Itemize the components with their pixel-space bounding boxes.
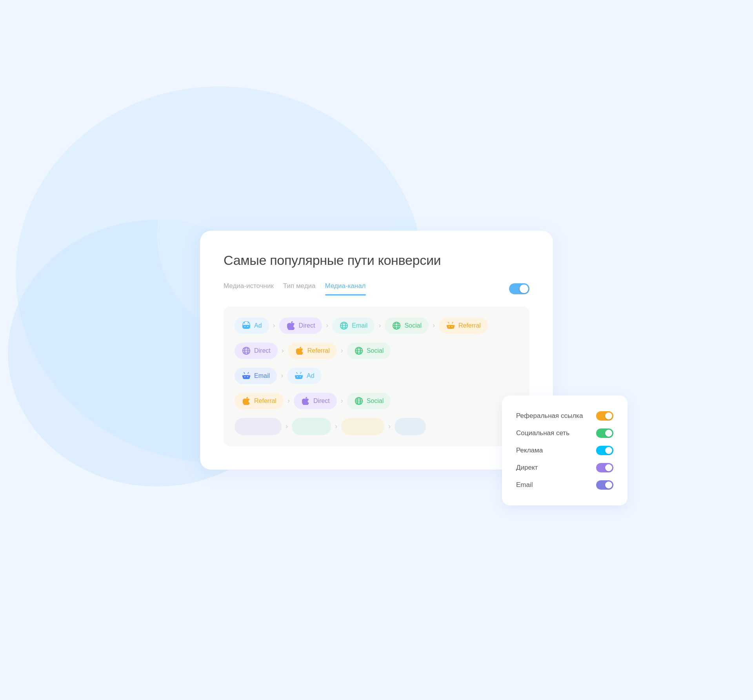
tab-media-type[interactable]: Тип медиа: [283, 282, 325, 295]
arrow: ›: [341, 397, 343, 405]
arrow: ›: [286, 422, 288, 430]
skeleton-chip-2: [292, 418, 331, 435]
chip-social-globe: Social: [385, 317, 429, 334]
svg-rect-50: [302, 375, 303, 377]
svg-point-38: [244, 376, 245, 377]
svg-rect-42: [242, 375, 243, 377]
chip-referral3-label: Referral: [254, 397, 276, 405]
apple-purple-icon: [301, 396, 310, 406]
legend-card: Реферальная ссылка Социальная сеть Рекла…: [502, 396, 628, 505]
android-icon: [242, 321, 251, 330]
path-row-2: Direct › Referral ›: [235, 343, 518, 359]
chip-ad-android2: Ad: [287, 368, 322, 384]
chip-referral-apple: Referral: [288, 343, 337, 359]
chip-social-globe-3: Social: [347, 393, 391, 409]
chip-ad-android: Ad: [235, 317, 269, 334]
svg-point-45: [297, 376, 298, 377]
arrow: ›: [335, 422, 337, 430]
svg-point-21: [449, 326, 449, 326]
tab-media-channel[interactable]: Медиа-канал: [325, 282, 375, 295]
skeleton-chip-4: [395, 418, 426, 435]
legend-direct-label: Директ: [516, 464, 538, 472]
apple-icon: [286, 321, 296, 330]
legend-email-label: Email: [516, 481, 533, 489]
chip-direct3-label: Direct: [313, 397, 330, 405]
svg-rect-49: [295, 375, 296, 377]
svg-point-6: [244, 326, 245, 326]
chip-referral-label: Referral: [458, 322, 481, 329]
svg-line-47: [296, 372, 297, 374]
chip-ad2-label: Ad: [307, 372, 315, 379]
legend-ad-label: Реклама: [516, 447, 543, 454]
path-row-skeleton: › › ›: [235, 418, 518, 435]
legend-referral-label: Реферальная ссылка: [516, 412, 583, 420]
chip-social-label: Social: [404, 322, 422, 329]
arrow: ›: [378, 321, 381, 330]
legend-item-ad: Реклама: [516, 442, 613, 459]
chip-direct-apple2: Direct: [294, 393, 337, 409]
legend-email-toggle[interactable]: [596, 480, 613, 490]
svg-line-8: [244, 322, 245, 323]
legend-direct-toggle[interactable]: [596, 463, 613, 472]
tab-media-source[interactable]: Медиа-источник: [224, 282, 283, 295]
main-toggle[interactable]: [509, 283, 529, 294]
svg-point-7: [247, 326, 248, 326]
chip-social-globe-2: Social: [347, 343, 391, 359]
paths-container: Ad › Direct ›: [224, 306, 529, 446]
skeleton-chip-1: [235, 418, 282, 435]
svg-rect-5: [243, 325, 250, 329]
svg-rect-20: [447, 325, 454, 329]
globe-green-icon: [392, 321, 401, 330]
svg-rect-37: [243, 375, 250, 379]
scene: Самые популярные пути конверсии Медиа-ис…: [161, 231, 592, 470]
svg-line-24: [452, 322, 453, 323]
chip-referral2-label: Referral: [307, 347, 330, 354]
chip-email2-label: Email: [254, 372, 270, 379]
arrow: ›: [287, 397, 290, 405]
arrow: ›: [326, 321, 328, 330]
globe-green-icon-3: [354, 396, 364, 406]
globe-purple-icon: [242, 346, 251, 355]
path-row-1: Ad › Direct ›: [235, 317, 518, 334]
svg-point-22: [451, 326, 452, 326]
skeleton-chip-3: [341, 418, 384, 435]
android-orange-icon: [446, 321, 455, 330]
svg-line-23: [448, 322, 449, 323]
main-card: Самые популярные пути конверсии Медиа-ис…: [200, 231, 553, 470]
chip-direct2-label: Direct: [254, 347, 271, 354]
chip-email-globe: Email: [332, 317, 375, 334]
legend-item-direct: Директ: [516, 459, 613, 476]
arrow: ›: [388, 422, 391, 430]
chip-referral-android: Referral: [439, 317, 488, 334]
legend-item-social: Социальная сеть: [516, 425, 613, 442]
arrow: ›: [341, 346, 343, 355]
svg-point-46: [300, 376, 300, 377]
chip-ad-label: Ad: [254, 322, 262, 329]
legend-item-email: Email: [516, 476, 613, 494]
apple-orange-icon-2: [242, 396, 251, 406]
svg-point-39: [247, 376, 248, 377]
legend-social-toggle[interactable]: [596, 428, 613, 438]
svg-line-9: [248, 322, 249, 323]
tabs: Медиа-источник Тип медиа Медиа-канал: [224, 282, 529, 295]
legend-item-referral: Реферальная ссылка: [516, 407, 613, 425]
chip-email-android: Email: [235, 368, 277, 384]
arrow: ›: [281, 372, 283, 380]
apple-orange-icon: [295, 346, 304, 355]
android-cyan-icon: [294, 371, 304, 381]
path-row-4: Referral › Direct ›: [235, 393, 518, 409]
svg-line-40: [244, 372, 245, 374]
svg-line-48: [300, 372, 301, 374]
svg-rect-26: [454, 325, 455, 327]
legend-ad-toggle[interactable]: [596, 446, 613, 455]
globe-green-icon-2: [354, 346, 364, 355]
legend-referral-toggle[interactable]: [596, 411, 613, 421]
path-row-3: Email › Ad: [235, 368, 518, 384]
android-blue-icon: [242, 371, 251, 381]
chip-social2-label: Social: [367, 347, 384, 354]
chip-direct-globe: Direct: [235, 343, 278, 359]
globe-teal-icon: [339, 321, 349, 330]
arrow: ›: [282, 346, 284, 355]
card-title: Самые популярные пути конверсии: [224, 253, 529, 268]
chip-referral-apple2: Referral: [235, 393, 284, 409]
